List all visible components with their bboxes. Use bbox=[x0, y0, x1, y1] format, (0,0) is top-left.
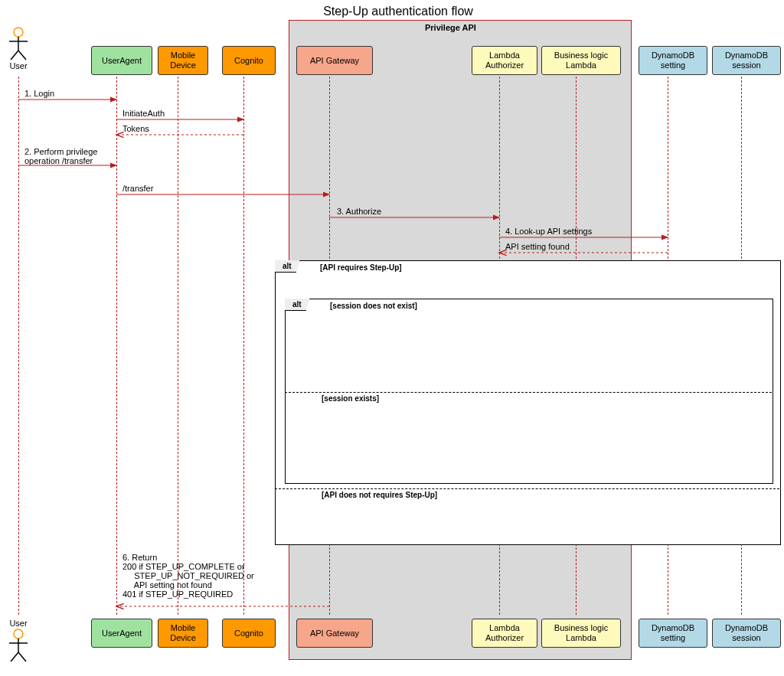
svg-line-9 bbox=[18, 652, 26, 661]
msg-transfer: /transfer bbox=[122, 184, 153, 193]
alt-outer-divider bbox=[275, 488, 779, 489]
msg-initiateauth: InitiateAuth bbox=[122, 109, 165, 118]
participant-business-logic-lambda: Business logic Lambda bbox=[541, 46, 621, 75]
participant-cognito: Cognito bbox=[222, 619, 276, 648]
alt-outer-tab: alt bbox=[275, 260, 300, 273]
svg-line-4 bbox=[18, 51, 26, 60]
msg-lookup: 4. Look-up API settings bbox=[505, 227, 592, 236]
msg-api-found: API setting found bbox=[505, 242, 570, 251]
alt-inner-cond: [session does not exist] bbox=[330, 302, 417, 310]
alt-inner-else: [session exists] bbox=[322, 394, 379, 403]
participant-mobile-device: Mobile Device bbox=[158, 619, 208, 648]
actor-user-bottom: User bbox=[6, 619, 31, 663]
svg-point-0 bbox=[14, 28, 23, 37]
participant-business-logic-lambda: Business logic Lambda bbox=[541, 619, 621, 648]
msg-authorize: 3. Authorize bbox=[337, 207, 381, 216]
privilege-api-label: Privilege API bbox=[425, 23, 476, 32]
participant-dynamodb-setting: DynamoDB setting bbox=[639, 619, 707, 648]
alt-inner-divider bbox=[285, 392, 772, 393]
lifeline-user bbox=[18, 77, 19, 615]
alt-inner-tab: alt bbox=[285, 299, 310, 311]
lifeline-useragent bbox=[116, 77, 117, 615]
user-label-top: User bbox=[6, 61, 31, 70]
svg-line-8 bbox=[11, 652, 18, 661]
alt-outer-cond: [API requires Step-Up] bbox=[320, 263, 402, 272]
participant-dynamodb-setting: DynamoDB setting bbox=[639, 46, 707, 75]
msg-return-6d: 6. Return 200 if STEP_UP_COMPLETE or STE… bbox=[122, 553, 254, 599]
svg-point-5 bbox=[14, 629, 23, 638]
participant-api-gateway: API Gateway bbox=[296, 619, 373, 648]
participant-dynamodb-session: DynamoDB session bbox=[712, 619, 781, 648]
user-label-bottom: User bbox=[6, 619, 31, 628]
alt-inner bbox=[285, 299, 773, 484]
participant-mobile-device: Mobile Device bbox=[158, 46, 208, 75]
participant-lambda-authorizer: Lambda Authorizer bbox=[472, 46, 537, 75]
svg-line-3 bbox=[11, 51, 18, 60]
diagram-title: Step-Up authentication flow bbox=[283, 5, 513, 18]
msg-login: 1. Login bbox=[24, 89, 54, 98]
participant-dynamodb-session: DynamoDB session bbox=[712, 46, 781, 75]
msg-tokens: Tokens bbox=[122, 124, 149, 133]
user-icon bbox=[6, 628, 31, 663]
participant-cognito: Cognito bbox=[222, 46, 276, 75]
user-icon bbox=[6, 26, 31, 61]
actor-user-top: User bbox=[6, 26, 31, 70]
lifeline-cognito bbox=[243, 77, 244, 615]
sequence-diagram: Step-Up authentication flow Privilege AP… bbox=[0, 0, 784, 676]
participant-lambda-authorizer: Lambda Authorizer bbox=[472, 619, 537, 648]
participant-useragent: UserAgent bbox=[91, 46, 152, 75]
participant-useragent: UserAgent bbox=[91, 619, 152, 648]
lifeline-mobile bbox=[178, 77, 178, 615]
participant-api-gateway: API Gateway bbox=[296, 46, 373, 75]
alt-outer-else: [API does not requires Step-Up] bbox=[322, 491, 437, 499]
msg-perform-privilege: 2. Perform privilege operation /transfer bbox=[24, 147, 97, 165]
